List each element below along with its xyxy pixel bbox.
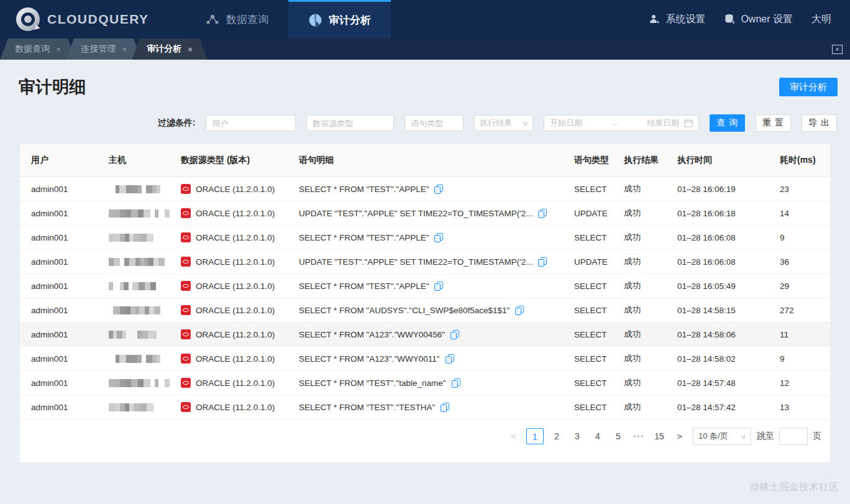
cell-sql: UPDATE "TEST"."APPLE" SET TIME22=TO_TIME…: [288, 209, 563, 218]
cell-cost-ms: 272: [769, 306, 830, 315]
pie-chart-icon: [308, 13, 322, 27]
close-icon[interactable]: ×: [56, 45, 61, 54]
masked-host-value: [109, 282, 156, 290]
copy-icon[interactable]: [434, 185, 443, 194]
cell-host: [98, 282, 170, 290]
copy-icon[interactable]: [538, 209, 547, 218]
export-button[interactable]: 导 出: [802, 114, 837, 132]
user-menu[interactable]: 大明: [811, 13, 831, 26]
nav-item-data-query[interactable]: 数据查询: [185, 0, 288, 39]
cell-host: [98, 306, 170, 314]
close-icon[interactable]: ×: [122, 45, 127, 54]
cell-datasource: ORACLE (11.2.0.1.0): [170, 378, 288, 388]
datasource-label: ORACLE (11.2.0.1.0): [196, 403, 275, 412]
table-row[interactable]: admin001 ORACLE (11.2.0.1.0) SELECT * FR…: [20, 226, 830, 250]
cell-host: [98, 209, 170, 218]
table-row[interactable]: admin001 ORACLE (11.2.0.1.0) UPDATE "TES…: [20, 250, 830, 274]
exec-result-select[interactable]: 执行结果 ∨: [474, 115, 533, 131]
tab-label: 连接管理: [81, 44, 116, 55]
cell-exec-result: 成功: [613, 401, 666, 413]
copy-icon[interactable]: [515, 306, 524, 315]
table-row[interactable]: admin001 ORACLE (11.2.0.1.0) SELECT * FR…: [20, 323, 830, 347]
datasource-label: ORACLE (11.2.0.1.0): [196, 209, 275, 218]
cell-sql: SELECT * FROM "TEST"."APPLE": [288, 185, 563, 194]
table-row[interactable]: admin001 ORACLE (11.2.0.1.0) SELECT * FR…: [20, 298, 830, 323]
page-number[interactable]: 3: [570, 428, 585, 444]
page-number[interactable]: 4: [590, 428, 605, 444]
cell-statement-type: UPDATE: [563, 257, 613, 267]
cell-exec-result: 成功: [613, 305, 666, 316]
cell-host: [98, 355, 170, 363]
prev-page-icon[interactable]: <: [506, 431, 521, 441]
system-settings-label: 系统设置: [665, 13, 705, 26]
table-row[interactable]: admin001 ORACLE (11.2.0.1.0) SELECT * FR…: [20, 177, 830, 201]
table-header-row: 用户 主机 数据源类型 (版本) 语句明细 语句类型 执行结果 执行时间 耗时(…: [20, 144, 830, 177]
user-filter-input[interactable]: [206, 115, 296, 131]
page-number[interactable]: 15: [652, 428, 667, 444]
cell-host: [98, 258, 170, 266]
copy-icon[interactable]: [450, 330, 459, 339]
nav-label: 审计分析: [329, 13, 371, 27]
cell-statement-type: UPDATE: [563, 209, 613, 218]
copy-icon[interactable]: [434, 233, 443, 242]
oracle-icon: [181, 354, 191, 364]
system-settings-link[interactable]: 系统设置: [649, 13, 705, 26]
cell-user: admin001: [20, 403, 98, 412]
cell-cost-ms: 11: [769, 330, 830, 339]
next-page-icon[interactable]: >: [672, 431, 687, 441]
statement-type-filter-input[interactable]: [404, 115, 464, 131]
tab-audit-analysis[interactable]: 审计分析 ×: [132, 39, 208, 60]
cell-statement-type: SELECT: [563, 233, 613, 242]
cell-statement-type: SELECT: [563, 185, 613, 194]
table-row[interactable]: admin001 ORACLE (11.2.0.1.0) SELECT * FR…: [20, 274, 830, 298]
cell-datasource: ORACLE (11.2.0.1.0): [170, 281, 288, 291]
query-button[interactable]: 查 询: [710, 114, 745, 132]
cell-datasource: ORACLE (11.2.0.1.0): [170, 329, 288, 339]
tab-data-query[interactable]: 数据查询 ×: [0, 39, 76, 60]
table-row[interactable]: admin001 ORACLE (11.2.0.1.0) UPDATE "TES…: [20, 201, 830, 226]
cell-datasource: ORACLE (11.2.0.1.0): [170, 402, 288, 412]
cell-host: [98, 331, 170, 339]
table-row[interactable]: admin001 ORACLE (11.2.0.1.0) SELECT * FR…: [20, 347, 830, 371]
cell-exec-time: 01–28 14:58:15: [666, 306, 769, 315]
table-row[interactable]: admin001 ORACLE (11.2.0.1.0) SELECT * FR…: [20, 395, 830, 419]
reset-button[interactable]: 重 置: [756, 114, 791, 132]
datasource-label: ORACLE (11.2.0.1.0): [196, 233, 275, 242]
cell-cost-ms: 12: [769, 378, 830, 388]
cell-exec-result: 成功: [613, 208, 666, 219]
table-row[interactable]: admin001 ORACLE (11.2.0.1.0) SELECT * FR…: [20, 371, 830, 395]
close-all-tabs-icon[interactable]: ×: [832, 45, 843, 54]
date-range-picker[interactable]: 开始日期 → 结束日期: [544, 115, 699, 131]
cell-user: admin001: [20, 378, 98, 388]
page-number[interactable]: 1: [526, 428, 544, 444]
datasource-filter-input[interactable]: [306, 115, 394, 131]
masked-host-value: [109, 185, 160, 193]
masked-host-value: [109, 379, 170, 387]
cell-host: [98, 379, 170, 387]
copy-icon[interactable]: [441, 403, 449, 412]
oracle-icon: [181, 208, 191, 218]
copy-icon[interactable]: [452, 378, 460, 388]
page-number[interactable]: 2: [549, 428, 564, 444]
page-size-select[interactable]: 10 条/页 ∨: [693, 428, 751, 445]
app-logo[interactable]: CLOUDQUERY: [0, 0, 155, 39]
nav-item-audit-analysis[interactable]: 审计分析: [288, 0, 391, 39]
main-nav: 数据查询 审计分析: [185, 0, 391, 39]
copy-icon[interactable]: [434, 282, 443, 291]
copy-icon[interactable]: [446, 354, 454, 364]
cell-datasource: ORACLE (11.2.0.1.0): [170, 305, 288, 315]
col-header-host: 主机: [98, 155, 170, 166]
page-number[interactable]: 5: [611, 428, 626, 444]
audit-analysis-button[interactable]: 审计分析: [779, 78, 838, 96]
cell-user: admin001: [20, 185, 98, 194]
jump-page-input[interactable]: [779, 428, 808, 445]
sql-text: UPDATE "TEST"."APPLE" SET TIME22=TO_TIME…: [299, 209, 532, 218]
masked-host-value: [109, 258, 165, 266]
sql-text: SELECT * FROM "TEST"."TESTHA": [299, 403, 435, 412]
tab-label: 数据查询: [15, 44, 50, 55]
tab-connection-mgmt[interactable]: 连接管理 ×: [66, 39, 142, 60]
close-icon[interactable]: ×: [188, 45, 193, 54]
owner-settings-link[interactable]: Owner 设置: [724, 13, 793, 26]
copy-icon[interactable]: [538, 257, 547, 267]
cell-host: [98, 234, 170, 242]
